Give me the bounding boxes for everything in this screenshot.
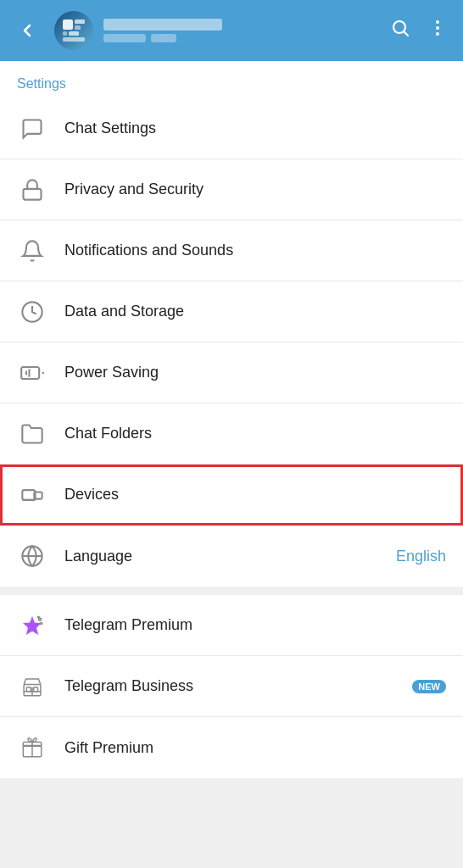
app-header xyxy=(0,0,463,61)
svg-line-7 xyxy=(404,32,408,36)
svg-point-23 xyxy=(38,616,40,618)
svg-rect-11 xyxy=(24,188,42,199)
menu-item-premium[interactable]: Telegram Premium xyxy=(0,595,463,656)
bell-icon xyxy=(17,236,47,266)
svg-rect-4 xyxy=(69,31,79,36)
folder-icon xyxy=(17,419,47,449)
menu-item-gift[interactable]: Gift Premium xyxy=(0,717,463,778)
devices-label: Devices xyxy=(64,486,446,504)
menu-item-data[interactable]: Data and Storage xyxy=(0,281,463,342)
svg-point-10 xyxy=(436,32,439,36)
lock-icon xyxy=(17,175,47,205)
chat-icon xyxy=(17,114,47,144)
language-value: English xyxy=(396,548,446,565)
more-icon[interactable] xyxy=(422,13,453,48)
group-separator xyxy=(0,587,463,595)
battery-icon xyxy=(17,358,47,388)
menu-item-language[interactable]: Language English xyxy=(0,526,463,587)
avatar xyxy=(54,11,93,50)
svg-rect-0 xyxy=(63,19,73,30)
data-label: Data and Storage xyxy=(64,303,446,320)
menu-item-business[interactable]: Telegram Business NEW xyxy=(0,656,463,717)
svg-rect-13 xyxy=(21,367,39,379)
back-button[interactable] xyxy=(10,14,44,47)
clock-icon xyxy=(17,297,47,327)
gift-label: Gift Premium xyxy=(64,739,446,757)
power-label: Power Saving xyxy=(64,364,446,381)
business-icon xyxy=(17,671,47,702)
premium-label: Telegram Premium xyxy=(64,616,446,634)
menu-item-notifications[interactable]: Notifications and Sounds xyxy=(0,220,463,281)
menu-item-folders[interactable]: Chat Folders xyxy=(0,403,463,465)
search-icon[interactable] xyxy=(385,13,416,48)
svg-rect-3 xyxy=(63,31,67,36)
settings-label: Settings xyxy=(0,61,463,98)
star-icon xyxy=(17,610,47,641)
header-sub-bar-2 xyxy=(151,34,176,42)
folders-label: Chat Folders xyxy=(64,425,446,442)
header-name-bar xyxy=(103,19,222,31)
header-user-info xyxy=(103,19,375,42)
svg-point-9 xyxy=(436,26,439,30)
business-label: Telegram Business xyxy=(64,677,388,695)
language-label: Language xyxy=(64,548,379,565)
svg-rect-5 xyxy=(63,37,85,42)
svg-rect-1 xyxy=(75,19,85,24)
menu-item-power[interactable]: Power Saving xyxy=(0,342,463,403)
header-icons xyxy=(385,13,453,48)
menu-item-chat-settings[interactable]: Chat Settings xyxy=(0,98,463,159)
svg-point-8 xyxy=(436,20,439,24)
settings-section: Settings Chat Settings Privacy and Secur… xyxy=(0,61,463,587)
header-sub-bar-1 xyxy=(103,34,146,42)
svg-rect-15 xyxy=(22,490,35,500)
svg-rect-2 xyxy=(75,25,81,30)
premium-section: Telegram Premium Telegram Business NEW xyxy=(0,595,463,778)
globe-icon xyxy=(17,541,47,571)
menu-item-devices[interactable]: Devices xyxy=(0,465,463,526)
privacy-label: Privacy and Security xyxy=(64,181,446,198)
gift-icon xyxy=(17,732,47,763)
notifications-label: Notifications and Sounds xyxy=(64,242,446,259)
new-badge: NEW xyxy=(412,680,446,693)
svg-point-22 xyxy=(41,622,42,624)
header-sub-bars xyxy=(103,34,375,42)
devices-icon xyxy=(17,480,47,510)
menu-item-privacy[interactable]: Privacy and Security xyxy=(0,159,463,220)
chat-settings-label: Chat Settings xyxy=(64,120,446,137)
